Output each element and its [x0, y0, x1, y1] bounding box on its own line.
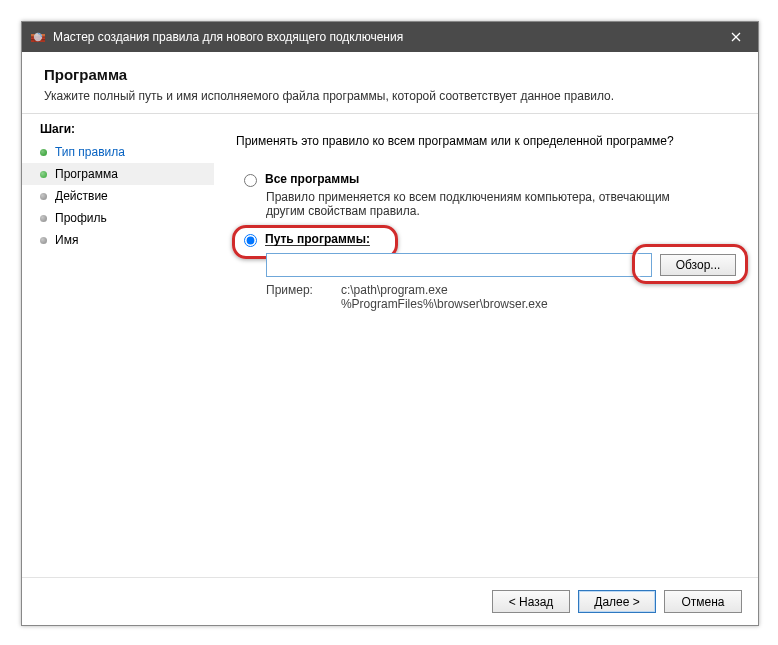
program-path-input[interactable]: [266, 253, 652, 277]
option-all-programs-label: Все программы: [265, 172, 359, 186]
main-panel: Применять это правило ко всем программам…: [214, 114, 758, 577]
option-all-programs[interactable]: Все программы: [244, 172, 736, 187]
close-button[interactable]: [713, 22, 758, 52]
step-program[interactable]: Программа: [22, 163, 214, 185]
step-label: Действие: [55, 189, 108, 203]
page-title: Программа: [44, 66, 738, 83]
cancel-button[interactable]: Отмена: [664, 590, 742, 613]
footer-buttons: < Назад Далее > Отмена: [22, 577, 758, 625]
bullet-icon: [40, 171, 47, 178]
bullet-icon: [40, 193, 47, 200]
step-label: Имя: [55, 233, 78, 247]
radio-program-path[interactable]: [244, 234, 257, 247]
step-name[interactable]: Имя: [22, 229, 214, 251]
step-label: Программа: [55, 167, 118, 181]
radio-all-programs[interactable]: [244, 174, 257, 187]
step-label[interactable]: Тип правила: [55, 145, 125, 159]
back-button[interactable]: < Назад: [492, 590, 570, 613]
example-text: c:\path\program.exe %ProgramFiles%\brows…: [341, 283, 548, 311]
option-program-path[interactable]: Путь программы:: [244, 232, 736, 247]
steps-sidebar: Шаги: Тип правила Программа Действие Про…: [22, 114, 214, 577]
steps-header: Шаги:: [22, 122, 214, 141]
bullet-icon: [40, 149, 47, 156]
step-profile[interactable]: Профиль: [22, 207, 214, 229]
step-label: Профиль: [55, 211, 107, 225]
window-title: Мастер создания правила для нового входя…: [53, 30, 403, 44]
bullet-icon: [40, 237, 47, 244]
step-action[interactable]: Действие: [22, 185, 214, 207]
prompt-text: Применять это правило ко всем программам…: [236, 134, 736, 148]
step-rule-type[interactable]: Тип правила: [22, 141, 214, 163]
option-program-path-label: Путь программы:: [265, 232, 370, 246]
page-header: Программа Укажите полный путь и имя испо…: [22, 52, 758, 114]
bullet-icon: [40, 215, 47, 222]
page-subtitle: Укажите полный путь и имя исполняемого ф…: [44, 89, 738, 103]
titlebar: Мастер создания правила для нового входя…: [22, 22, 758, 52]
option-all-programs-desc: Правило применяется ко всем подключениям…: [266, 190, 706, 218]
path-example: Пример: c:\path\program.exe %ProgramFile…: [266, 283, 736, 311]
next-button[interactable]: Далее >: [578, 590, 656, 613]
browse-button[interactable]: Обзор...: [660, 254, 736, 276]
firewall-icon: [30, 29, 46, 45]
example-label: Пример:: [266, 283, 313, 311]
wizard-window: Мастер создания правила для нового входя…: [21, 21, 759, 626]
